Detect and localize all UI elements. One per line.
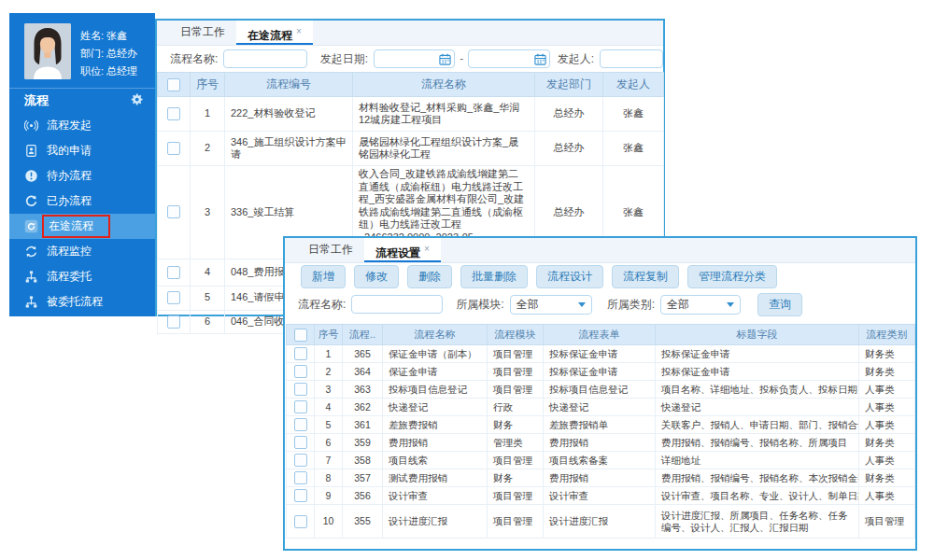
add-button[interactable]: 新增 (301, 265, 346, 288)
col-header-module: 流程模块 (488, 325, 544, 345)
row-checkbox[interactable] (294, 454, 307, 467)
cell-category: 财务类 (859, 345, 915, 363)
row-checkbox[interactable] (167, 142, 180, 155)
tab-daily-work[interactable]: 日常工作 (169, 21, 236, 45)
tab-in-transit[interactable]: 在途流程× (236, 21, 313, 45)
row-checkbox[interactable] (294, 515, 307, 528)
sidebar-item-my-applications[interactable]: 我的申请 (9, 138, 155, 163)
search-button[interactable]: 查询 (757, 293, 802, 316)
select-all-checkbox[interactable] (294, 329, 307, 342)
calendar-icon[interactable] (534, 53, 546, 65)
cell-no: 3 (315, 381, 343, 399)
tab-process-settings[interactable]: 流程设置× (364, 238, 441, 262)
col-header-name: 流程名称 (353, 73, 535, 97)
cell-category: 财务类 (859, 363, 915, 381)
table-row[interactable]: 6 359 费用报销 管理类 费用报销 费用报销、报销编号、报销名称、所属项目 … (287, 434, 915, 452)
cell-person: 张鑫 (603, 97, 664, 132)
start-date-label: 发起日期: (320, 51, 368, 67)
table-row[interactable]: 9 356 设计审查 项目管理 设计审查 设计审查、项目名称、专业、设计人、制单… (287, 487, 915, 505)
sidebar-item-label: 我的申请 (47, 143, 92, 159)
cell-no: 9 (315, 487, 343, 505)
table-row[interactable]: 10 355 设计进度汇报 项目管理 设计进度汇报 设计进度汇报、所属项目、任务… (287, 505, 915, 539)
initiator-input[interactable] (600, 49, 663, 68)
row-checkbox[interactable] (294, 383, 307, 396)
sidebar: 姓名: 张鑫 部门: 总经办 职位: 总经理 流程 流程发起 我的申请 (9, 13, 155, 316)
row-checkbox[interactable] (294, 365, 307, 378)
cell-module: 项目管理 (488, 505, 544, 539)
cell-dept: 总经办 (535, 132, 603, 166)
row-checkbox[interactable] (294, 489, 307, 502)
close-icon[interactable]: × (424, 244, 430, 254)
row-checkbox[interactable] (294, 400, 307, 413)
cell-no: 1 (191, 97, 225, 132)
batch-delete-button[interactable]: 批量删除 (460, 265, 528, 288)
table-row[interactable]: 2 346_施工组织设计方案申请 晟铭园林绿化工程组织设计方案_晟铭园林绿化工程… (158, 132, 664, 166)
cell-module: 项目管理 (488, 487, 544, 505)
col-header-name: 流程名称 (383, 325, 488, 345)
table-row[interactable]: 2 364 保证金申请 项目管理 投标保证金申请 投标保证金申请 财务类 (287, 363, 915, 381)
sidebar-item-done-processes[interactable]: 已办流程 (9, 189, 155, 214)
row-checkbox[interactable] (167, 107, 180, 120)
table-row[interactable]: 1 365 保证金申请（副本） 项目管理 投标保证金申请 投标保证金申请 财务类 (287, 345, 915, 363)
sidebar-item-todo-processes[interactable]: 待办流程 (9, 163, 155, 189)
sidebar-item-process-delegate[interactable]: 流程委托 (9, 264, 155, 289)
table-row[interactable]: 5 361 差旅费报销 财务 差旅费报销单 关联客户、报销人、申请日期、部门、报… (287, 416, 915, 434)
process-settings-window: 日常工作 流程设置× 新增 修改 删除 批量删除 流程设计 流程复制 管理流程分… (283, 236, 917, 551)
col-header-no: 序号 (191, 73, 225, 97)
row-checkbox[interactable] (294, 436, 307, 449)
screen: 姓名: 张鑫 部门: 总经办 职位: 总经理 流程 流程发起 我的申请 (0, 0, 934, 560)
process-design-button[interactable]: 流程设计 (536, 265, 603, 288)
cell-category: 人事类 (859, 399, 915, 416)
table-row[interactable]: 7 358 项目线索 项目管理 项目线索备案 详细地址 人事类 (287, 452, 915, 469)
process-name-input[interactable] (223, 49, 306, 68)
category-select-value: 全部 (667, 297, 689, 313)
process-name-input[interactable] (351, 295, 443, 314)
module-select[interactable]: 全部 (510, 295, 592, 315)
calendar-icon[interactable] (439, 53, 451, 65)
table-row[interactable]: 8 357 测试费用报销 财务 费用报销 费用报销、报销编号、报销名称、本次报销… (287, 469, 915, 487)
start-date-from-input[interactable] (374, 49, 455, 68)
cell-module: 财务 (488, 416, 544, 434)
sidebar-item-process-start[interactable]: 流程发起 (9, 113, 155, 138)
row-checkbox[interactable] (167, 205, 180, 218)
cell-no: 2 (315, 363, 343, 381)
gear-icon[interactable] (130, 92, 144, 109)
sidebar-item-process-monitor[interactable]: 流程监控 (9, 239, 155, 264)
cell-module: 财务 (488, 469, 544, 487)
profile-position: 职位: 总经理 (80, 63, 137, 80)
cell-name: 设计审查 (383, 487, 488, 505)
process-name-label: 流程名称: (298, 297, 346, 313)
category-select[interactable]: 全部 (660, 295, 741, 315)
start-date-to-input[interactable] (468, 49, 549, 68)
select-all-checkbox[interactable] (167, 78, 180, 91)
alert-circle-icon (24, 169, 38, 183)
edit-button[interactable]: 修改 (354, 265, 399, 288)
cell-title: 项目名称、详细地址、投标负责人、投标日期 (656, 381, 859, 399)
manage-category-button[interactable]: 管理流程分类 (687, 265, 777, 288)
table-row[interactable]: 1 222_材料验收登记 材料验收登记_材料采购_张鑫_华润12城房建工程项目 … (158, 97, 664, 132)
table-row[interactable]: 4 362 快递登记 行政 快递登记 快递登记 人事类 (287, 399, 915, 416)
row-checkbox[interactable] (294, 347, 307, 360)
table-row[interactable]: 3 363 投标项目信息登记 项目管理 投标项目信息登记 项目名称、详细地址、投… (287, 381, 915, 399)
tab-label: 流程设置 (375, 246, 420, 259)
cell-title: 投标保证金申请 (656, 345, 859, 363)
row-checkbox[interactable] (167, 291, 180, 304)
cell-code: 364 (343, 363, 383, 381)
sidebar-item-in-transit-processes[interactable]: 在途流程 (9, 214, 155, 239)
cell-form: 差旅费报销单 (544, 416, 656, 434)
cell-module: 行政 (488, 399, 544, 416)
row-checkbox[interactable] (294, 418, 307, 431)
col-header-form: 流程表单 (544, 325, 656, 345)
row-checkbox[interactable] (294, 471, 307, 484)
tab-daily-work[interactable]: 日常工作 (297, 238, 364, 262)
cell-code: 365 (343, 345, 383, 363)
row-checkbox[interactable] (167, 315, 180, 329)
process-copy-button[interactable]: 流程复制 (612, 265, 679, 288)
delete-button[interactable]: 删除 (407, 265, 452, 288)
sidebar-item-delegated-processes[interactable]: 被委托流程 (9, 289, 155, 315)
cell-title: 关联客户、报销人、申请日期、部门、报销合计 (656, 416, 859, 434)
cell-title: 快递登记 (656, 399, 859, 416)
row-checkbox[interactable] (167, 266, 180, 279)
cell-no: 7 (315, 452, 343, 469)
close-icon[interactable]: × (296, 26, 302, 36)
